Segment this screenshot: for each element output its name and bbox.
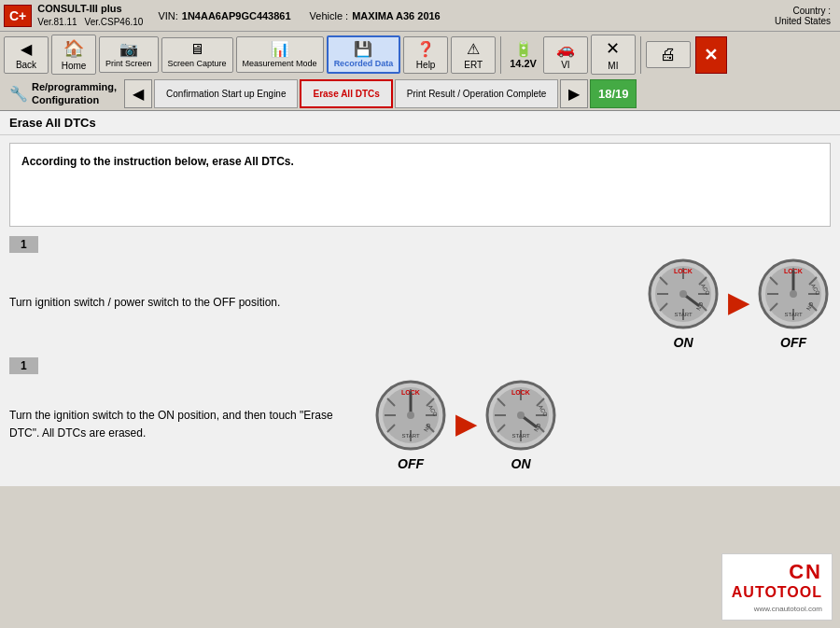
measurement-mode-button[interactable]: 📊 Measurement Mode [236, 36, 324, 73]
knob-state-on2: ON [511, 456, 531, 471]
step-counter: 18/19 [590, 79, 637, 107]
help-button[interactable]: ❓ Help [403, 36, 448, 74]
step-back-button[interactable]: ◀ [124, 79, 152, 107]
reprog-icon: 🔧 [9, 85, 28, 103]
ert-button[interactable]: ⚠ ERT [451, 36, 496, 74]
knob-state-off: OFF [780, 335, 806, 350]
screen-capture-button[interactable]: 🖥 Screen Capture [161, 37, 233, 73]
back-button[interactable]: ◀ Back [4, 36, 49, 74]
knob-state-on: ON [674, 335, 693, 350]
step1-label: Confirmation Start up Engine [166, 89, 286, 99]
knob-to-2: LOCK ACC ON START ON [483, 378, 558, 471]
svg-text:LOCK: LOCK [674, 268, 693, 274]
page-title-bar: Erase All DTCs [0, 111, 840, 135]
battery-icon: 🔋 [514, 40, 533, 58]
back-label: Back [16, 60, 36, 70]
reprog-section: 🔧 Re/programming,Configuration [4, 79, 122, 107]
screen-capture-label: Screen Capture [168, 60, 227, 69]
back-icon: ◀ [21, 40, 32, 58]
app-ver1: Ver.81.11 [37, 16, 77, 29]
app-logo: C+ [4, 5, 32, 27]
vehicle-label: Vehicle : [310, 10, 349, 21]
mi-button[interactable]: ✕ MI [591, 35, 636, 75]
knob-from-1: LOCK ACC ON START ON [646, 257, 721, 350]
measurement-label: Measurement Mode [243, 60, 317, 69]
close-button[interactable]: ✕ [695, 36, 727, 74]
main-content: According to the instruction below, eras… [0, 135, 840, 486]
recorded-data-label: Recorded Data [334, 60, 394, 69]
vi-icon: 🚗 [556, 40, 575, 58]
knob-from-2: LOCK ACC ON START OFF [373, 378, 448, 471]
ignition-knob-on: LOCK ACC ON START [646, 257, 721, 331]
knob-to-1: LOCK ACC ON START OFF [756, 257, 831, 350]
step2-number-badge: 1 [9, 357, 38, 374]
separator2 [640, 36, 641, 74]
print-icon: 🖨 [660, 45, 677, 64]
nav-row: 🔧 Re/programming,Configuration ◀ Confirm… [0, 77, 840, 110]
vin-value: 1N4AA6AP9GC443861 [182, 10, 291, 21]
svg-text:LOCK: LOCK [511, 389, 530, 396]
step2-text: Turn the ignition switch to the ON posit… [9, 407, 364, 442]
country-label: Country : [775, 6, 831, 16]
arrow-icon-2: ▶ [455, 409, 476, 440]
reprog-label: Re/programming,Configuration [32, 81, 117, 105]
app-ver2: Ver.CSP46.10 [85, 16, 144, 29]
vehicle-value: MAXIMA A36 2016 [352, 10, 441, 21]
knob-state-off2: OFF [398, 456, 424, 471]
app-info: CONSULT-III plus Ver.81.11 Ver.CSP46.10 [32, 2, 148, 29]
vi-label: VI [561, 60, 569, 70]
screen-capture-icon: 🖥 [189, 41, 204, 58]
svg-point-47 [407, 412, 414, 419]
ert-label: ERT [464, 60, 483, 70]
print-screen-icon: 📷 [119, 40, 138, 58]
voltage-display: 🔋 14.2V [506, 38, 540, 71]
home-icon: 🏠 [63, 38, 84, 59]
step3-label: Print Result / Operation Complete [407, 89, 547, 99]
autotool-text: AUTOTOOL [732, 584, 822, 600]
vin-label: VIN: [158, 10, 177, 21]
step-forward-icon: ▶ [568, 85, 580, 103]
cn-text: CN [789, 560, 822, 584]
svg-text:START: START [674, 312, 692, 317]
counter-value: 18/19 [598, 87, 629, 101]
svg-point-15 [679, 290, 687, 298]
svg-point-63 [517, 412, 525, 419]
help-icon: ❓ [416, 40, 435, 58]
close-icon: ✕ [704, 45, 718, 65]
print-button[interactable]: 🖨 [646, 41, 691, 68]
svg-text:START: START [784, 312, 802, 317]
step2-section: 1 Turn the ignition switch to the ON pos… [9, 357, 831, 471]
measurement-icon: 📊 [271, 40, 289, 58]
print-screen-button[interactable]: 📷 Print Screen [99, 36, 159, 73]
recorded-data-icon: 💾 [354, 40, 372, 58]
vi-button[interactable]: 🚗 VI [543, 36, 588, 74]
instruction-text: According to the instruction below, eras… [21, 155, 294, 168]
country-info: Country : United States [775, 6, 836, 26]
voltage-value: 14.2V [510, 58, 537, 69]
step1-content: Turn ignition switch / power switch to t… [9, 257, 831, 350]
step2-nav[interactable]: Erase All DTCs [300, 79, 392, 107]
step1-text: Turn ignition switch / power switch to t… [9, 294, 637, 312]
step1-section: 1 Turn ignition switch / power switch to… [9, 236, 831, 350]
mi-icon: ✕ [606, 38, 620, 59]
instruction-box: According to the instruction below, eras… [9, 143, 831, 227]
step2-label: Erase All DTCs [313, 89, 379, 99]
ignition-diagram-2: LOCK ACC ON START OFF ▶ [373, 378, 558, 471]
step3-nav[interactable]: Print Result / Operation Complete [395, 79, 559, 107]
page-title: Erase All DTCs [9, 116, 96, 130]
step1-nav[interactable]: Confirmation Start up Engine [154, 79, 298, 107]
arrow-icon-1: ▶ [728, 287, 749, 318]
home-button[interactable]: 🏠 Home [51, 35, 96, 75]
step2-num: 1 [21, 359, 27, 372]
recorded-data-button[interactable]: 💾 Recorded Data [327, 35, 401, 74]
ert-icon: ⚠ [467, 40, 480, 58]
brand-logo: CN AUTOTOOL www.cnautotool.com [721, 553, 833, 621]
svg-text:START: START [511, 433, 529, 439]
vin-info: VIN: 1N4AA6AP9GC443861 [148, 10, 300, 21]
help-label: Help [416, 60, 436, 70]
mi-label: MI [608, 61, 618, 71]
svg-point-31 [790, 290, 797, 298]
step-forward-button[interactable]: ▶ [560, 79, 588, 107]
header-row1: C+ CONSULT-III plus Ver.81.11 Ver.CSP46.… [0, 0, 840, 32]
home-label: Home [62, 61, 87, 71]
